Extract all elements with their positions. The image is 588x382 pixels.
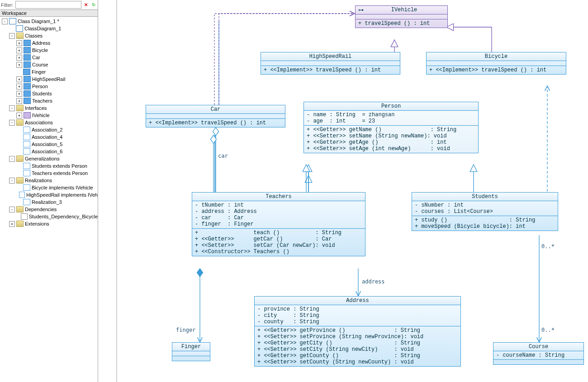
- tree-label: ClassDiagram_1: [24, 25, 61, 32]
- tree-item[interactable]: +Extensions: [0, 220, 98, 227]
- expand-icon[interactable]: +: [16, 55, 22, 61]
- expand-icon[interactable]: +: [16, 47, 22, 53]
- assoc-icon: [23, 141, 30, 147]
- class-bicycle[interactable]: Bicycle + <<Implement>> travelSpeed () :…: [426, 52, 566, 75]
- refresh-icon[interactable]: ↻: [90, 2, 97, 8]
- expand-icon[interactable]: -: [2, 19, 8, 24]
- filter-label: Filter:: [1, 2, 14, 8]
- tree-item[interactable]: Association_5: [0, 141, 98, 148]
- folder-icon: [16, 206, 24, 212]
- tree-label: Teachers: [32, 97, 52, 104]
- tree-item[interactable]: +Car: [0, 54, 98, 61]
- label-mult-2: 0..*: [541, 327, 555, 333]
- tree-label: Bicycle implements IVehicle: [32, 184, 93, 191]
- gen-icon: [23, 170, 30, 176]
- tree-item[interactable]: Students_Dependency_Bicycle: [0, 213, 98, 220]
- tree-label: HighSpeedRail: [32, 75, 65, 83]
- tree-label: Realization_3: [32, 198, 62, 206]
- tree-label: Address: [32, 39, 50, 47]
- tree-item[interactable]: +IVehicle: [0, 112, 98, 119]
- clear-filter-icon[interactable]: ✕: [83, 2, 89, 8]
- tree-item[interactable]: Teachers extends Person: [0, 170, 98, 177]
- class-icon: [24, 61, 31, 68]
- expand-icon[interactable]: +: [16, 62, 22, 68]
- tree-item[interactable]: -Dependencies: [0, 206, 98, 213]
- tree-item[interactable]: Association_6: [0, 148, 98, 155]
- expand-icon[interactable]: -: [9, 105, 15, 111]
- tree-item[interactable]: ClassDiagram_1: [0, 25, 98, 32]
- diagram-icon: [16, 25, 23, 32]
- folder-icon: [16, 33, 24, 39]
- class-address[interactable]: Address - province : String - city : Str…: [254, 296, 461, 367]
- expand-icon[interactable]: +: [16, 84, 22, 90]
- tree-item[interactable]: HighSpeedRail implements IVeh: [0, 191, 98, 198]
- tree-item[interactable]: +Course: [0, 61, 98, 68]
- class-course[interactable]: Course - courseName : String: [493, 342, 584, 365]
- tree-label: Bicycle: [32, 47, 48, 54]
- tree-item[interactable]: +Person: [0, 83, 98, 90]
- tree-item[interactable]: -Class Diagram_1 *: [0, 18, 98, 25]
- tree-item[interactable]: +Teachers: [0, 97, 98, 104]
- tree-item[interactable]: Association_2: [0, 126, 98, 133]
- tree-item[interactable]: -Associations: [0, 119, 98, 126]
- tree-item[interactable]: +Bicycle: [0, 47, 98, 54]
- tree-item[interactable]: +Students: [0, 90, 98, 97]
- class-finger[interactable]: Finger: [172, 342, 210, 361]
- class-person[interactable]: Person - name : String = zhangsan - age …: [303, 102, 479, 153]
- tree-label: Students_Dependency_Bicycle: [29, 213, 98, 220]
- tree-item[interactable]: -Interfaces: [0, 104, 98, 112]
- expand-icon[interactable]: +: [16, 113, 22, 118]
- class-students[interactable]: Students - sNumber : int - courses : Lis…: [412, 192, 558, 231]
- class-icon: [24, 54, 31, 61]
- tree-item[interactable]: Bicycle implements IVehicle: [0, 184, 98, 191]
- tree-label: Associations: [25, 119, 53, 126]
- tree-item[interactable]: Finger: [0, 68, 98, 75]
- folder-icon: [16, 105, 24, 111]
- expand-icon[interactable]: +: [9, 221, 15, 227]
- folder-icon: [16, 221, 24, 227]
- class-icon: [24, 90, 31, 97]
- dep-icon: [21, 213, 28, 220]
- tree-item[interactable]: Students extends Person: [0, 162, 98, 170]
- tree-label: Class Diagram_1 *: [18, 18, 59, 25]
- expand-icon[interactable]: +: [16, 98, 22, 104]
- class-highspeedrail[interactable]: HighSpeedRail + <<Implement>> travelSpee…: [261, 52, 400, 75]
- tree-item[interactable]: -Realizations: [0, 177, 98, 184]
- tree-item[interactable]: Realization_3: [0, 198, 98, 206]
- class-icon: [23, 69, 30, 75]
- tree-item[interactable]: -Classes: [0, 32, 98, 39]
- class-ivehicle[interactable]: ⊶IVehicle + travelSpeed () : int: [355, 5, 448, 28]
- tree-label: Realizations: [25, 177, 52, 184]
- expand-icon[interactable]: +: [16, 40, 22, 46]
- label-car: car: [218, 153, 228, 159]
- tree-label: Extensions: [25, 220, 49, 227]
- expand-icon[interactable]: -: [9, 178, 15, 184]
- tree-item[interactable]: +Address: [0, 39, 98, 47]
- assoc-icon: [23, 127, 30, 133]
- tree-label: Association_5: [32, 141, 63, 148]
- diagram-canvas[interactable]: ⊶IVehicle + travelSpeed () : int HighSpe…: [98, 0, 588, 382]
- diagram-icon: [9, 18, 16, 24]
- assoc-icon: [23, 148, 30, 155]
- gen-icon: [23, 184, 30, 191]
- expand-icon[interactable]: -: [9, 33, 15, 39]
- expand-icon[interactable]: +: [16, 91, 22, 97]
- tree-item[interactable]: -Generalizations: [0, 155, 98, 162]
- filter-input[interactable]: [15, 1, 82, 9]
- expand-icon[interactable]: -: [9, 120, 15, 126]
- gen-icon: [19, 192, 25, 198]
- tree-label: Students: [32, 90, 52, 97]
- expand-icon[interactable]: -: [9, 207, 15, 212]
- tree-view[interactable]: -Class Diagram_1 *ClassDiagram_1-Classes…: [0, 17, 98, 382]
- tree-label: Car: [32, 54, 40, 61]
- tree-label: Association_4: [32, 133, 63, 141]
- gen-icon: [23, 163, 30, 169]
- class-teachers[interactable]: Teachers - tNumber : int - address : Add…: [192, 192, 365, 256]
- tree-item[interactable]: +HighSpeedRail: [0, 75, 98, 83]
- tree-label: HighSpeedRail implements IVeh: [26, 191, 98, 198]
- expand-icon[interactable]: -: [9, 156, 15, 162]
- tree-item[interactable]: Association_4: [0, 133, 98, 141]
- expand-icon[interactable]: +: [16, 76, 22, 82]
- class-car[interactable]: Car + <<Implement>> travelSpeed () : int: [146, 105, 285, 127]
- tree-label: Generalizations: [25, 155, 59, 162]
